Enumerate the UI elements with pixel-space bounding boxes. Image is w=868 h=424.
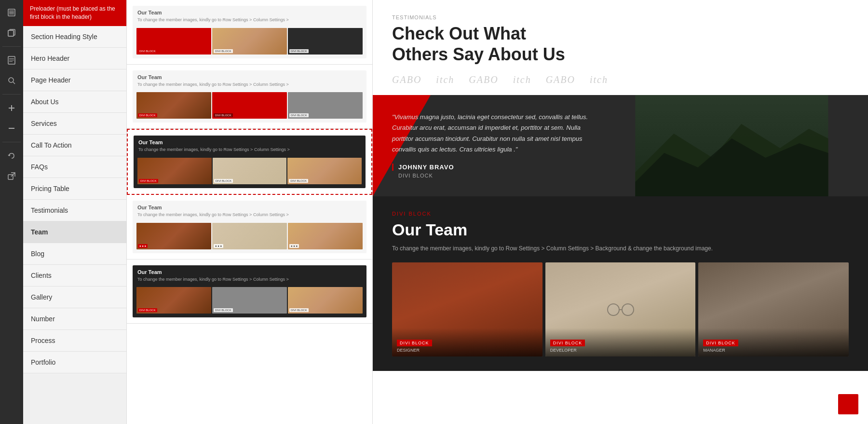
thumb-1-img-2: DIVI BLOCK — [212, 28, 287, 55]
thumb-4-subtitle: To change the member images, kindly go t… — [133, 212, 366, 221]
team-heading: Our Team — [392, 220, 849, 239]
sidebar-item-faqs[interactable]: FAQs — [23, 156, 126, 178]
thumbnail-card-3[interactable]: Our Team To change the member images, ki… — [127, 129, 372, 195]
sidebar-item-clients[interactable]: Clients — [23, 265, 126, 287]
thumb-3-label-2: DIVI BLOCK — [214, 179, 233, 183]
team-card-1-label: DIVI BLOCK — [397, 340, 432, 346]
icon-bar — [0, 0, 23, 424]
search-icon[interactable] — [3, 72, 20, 89]
quote-name: JOHNNY BRAVO — [392, 164, 601, 171]
logo-4: itch — [513, 74, 531, 85]
thumb-1-subtitle: To change the member images, kindly go t… — [133, 17, 366, 26]
svg-point-12 — [9, 78, 14, 82]
thumbnail-card-5-inner: Our Team To change the member images, ki… — [133, 265, 366, 318]
thumb-5-label-2: DIVI BLOCK — [214, 308, 233, 312]
external-icon[interactable] — [3, 167, 20, 185]
sidebar-item-hero-header[interactable]: Hero Header — [23, 48, 126, 69]
add-icon[interactable] — [3, 99, 20, 117]
thumb-4-title: Our Team — [133, 201, 366, 212]
thumb-4-img-1: ● ● ● — [136, 223, 211, 249]
sidebar-item-section-heading[interactable]: Section Heading Style — [23, 26, 126, 48]
team-card-2-overlay: DIVI BLOCK Developer — [545, 328, 696, 356]
thumb-4-grid: ● ● ● ● ● ● ● ● ● — [133, 221, 366, 253]
svg-line-13 — [13, 82, 15, 84]
thumb-2-label-2: DIVI BLOCK — [214, 113, 233, 117]
svg-point-22 — [608, 304, 619, 315]
thumb-5-img-2: DIVI BLOCK — [212, 287, 287, 314]
quote-company: DIVI BLOCK — [392, 173, 601, 178]
thumb-2-img-3: DIVI BLOCK — [288, 92, 363, 119]
thumb-2-title: Our Team — [133, 70, 366, 82]
svg-rect-2 — [9, 12, 14, 13]
team-card-2-role: Developer — [550, 348, 691, 353]
team-section-wrapper: DIVI BLOCK Our Team To change the member… — [373, 196, 868, 371]
team-description: To change the member images, kindly go t… — [392, 244, 849, 253]
thumbnail-card-1[interactable]: Our Team To change the member images, ki… — [127, 0, 372, 65]
thumbnail-card-4[interactable]: Our Team To change the member images, ki… — [127, 195, 372, 260]
thumb-5-title: Our Team — [133, 265, 366, 277]
team-card-1-role: Designer — [397, 348, 538, 353]
thumb-4-label-3: ● ● ● — [289, 244, 299, 248]
sidebar-item-call-to-action[interactable]: Call To Action — [23, 135, 126, 156]
logo-2: itch — [436, 74, 454, 85]
team-card-3-role: Manager — [703, 348, 844, 353]
thumbnail-card-2[interactable]: Our Team To change the member images, ki… — [127, 65, 372, 129]
sidebar-item-blog[interactable]: Blog — [23, 243, 126, 265]
thumb-2-img-1: DIVI BLOCK — [136, 92, 211, 119]
team-card-1-overlay: DIVI BLOCK Designer — [392, 328, 542, 356]
thumbnail-card-3-inner: Our Team To change the member images, ki… — [134, 136, 366, 188]
thumb-5-subtitle: To change the member images, kindly go t… — [133, 277, 366, 286]
sidebar-item-testimonials[interactable]: Testimonials — [23, 200, 126, 221]
dark-testimonial-wrapper: "Vivamus magna justo, lacinia eget conse… — [373, 95, 868, 196]
thumb-4-label-2: ● ● ● — [214, 244, 223, 248]
thumb-5-img-3: DIVI BLOCK — [288, 287, 363, 314]
logo-bar: GABO itch GABO itch GABO itch — [392, 74, 849, 85]
sidebar-item-page-header[interactable]: Page Header — [23, 69, 126, 91]
thumb-5-label-3: DIVI BLOCK — [289, 308, 309, 312]
thumb-4-img-3: ● ● ● — [288, 223, 363, 249]
svg-rect-6 — [8, 30, 14, 36]
sidebar-item-team[interactable]: Team — [23, 221, 126, 243]
testimonials-heading-line1: Check Out What — [392, 24, 526, 43]
team-section: DIVI BLOCK Our Team To change the member… — [373, 196, 868, 371]
logo-3: GABO — [469, 74, 498, 85]
sidebar-item-services[interactable]: Services — [23, 113, 126, 135]
sidebar-header: Preloader (must be placed as the first b… — [23, 0, 126, 26]
sidebar-item-about-us[interactable]: About Us — [23, 91, 126, 113]
sidebar-item-process[interactable]: Process — [23, 330, 126, 352]
testimonials-label: TESTIMONIALS — [392, 14, 849, 20]
thumbnail-card-2-inner: Our Team To change the member images, ki… — [133, 70, 366, 123]
team-card-2: DIVI BLOCK Developer — [545, 262, 696, 356]
sidebar: Preloader (must be placed as the first b… — [23, 0, 127, 424]
red-box[interactable] — [838, 394, 858, 414]
thumb-3-grid: DIVI BLOCK DIVI BLOCK DIVI BLOCK — [134, 156, 366, 188]
undo-icon[interactable] — [3, 147, 20, 164]
team-card-3-label: DIVI BLOCK — [703, 340, 738, 346]
sidebar-item-number[interactable]: Number — [23, 308, 126, 330]
copy-icon[interactable] — [3, 24, 20, 41]
thumb-3-title: Our Team — [134, 136, 366, 147]
logo-6: itch — [590, 74, 608, 85]
svg-rect-3 — [9, 14, 14, 14]
thumb-1-label-3: DIVI BLOCK — [289, 49, 309, 53]
sidebar-item-pricing-table[interactable]: Pricing Table — [23, 178, 126, 200]
layers-icon[interactable] — [3, 4, 20, 21]
dark-testimonial: "Vivamus magna justo, lacinia eget conse… — [373, 95, 868, 196]
thumb-3-subtitle: To change the member images, kindly go t… — [134, 147, 366, 156]
minus-icon[interactable] — [3, 120, 20, 137]
thumb-2-img-2: DIVI BLOCK — [212, 92, 287, 119]
team-label: DIVI BLOCK — [392, 211, 849, 217]
thumbnail-panel: Our Team To change the member images, ki… — [127, 0, 373, 424]
sidebar-item-gallery[interactable]: Gallery — [23, 287, 126, 308]
svg-rect-9 — [9, 58, 14, 59]
thumb-5-label-1: DIVI BLOCK — [138, 308, 157, 312]
svg-point-23 — [622, 304, 634, 315]
logo-1: GABO — [392, 74, 421, 85]
team-card-1: DIVI BLOCK Designer — [392, 262, 542, 356]
thumbnail-card-5[interactable]: Our Team To change the member images, ki… — [127, 260, 372, 324]
page-icon[interactable] — [3, 52, 20, 69]
sidebar-item-portfolio[interactable]: Portfolio — [23, 352, 126, 373]
svg-rect-1 — [9, 11, 14, 12]
thumb-3-img-1: DIVI BLOCK — [137, 158, 212, 184]
team-card-3: DIVI BLOCK Manager — [698, 262, 849, 356]
